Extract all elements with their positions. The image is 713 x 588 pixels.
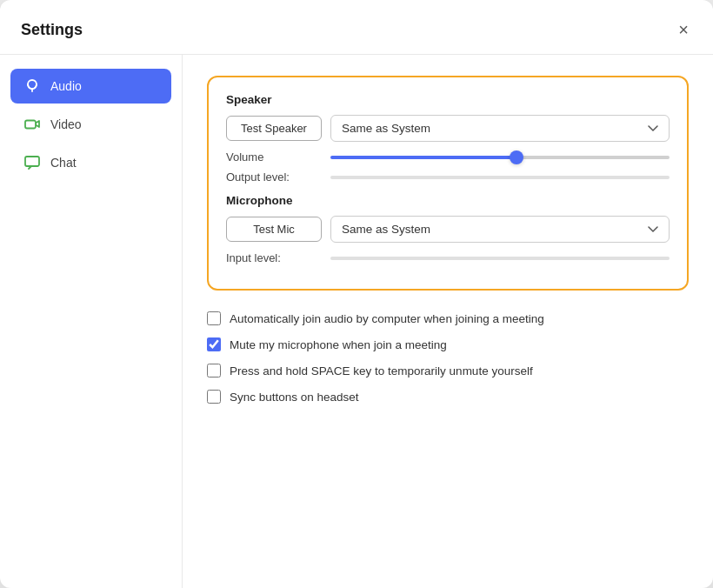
microphone-label: Microphone <box>226 194 670 207</box>
sync-headset-label: Sync buttons on headset <box>230 391 359 404</box>
volume-slider[interactable] <box>330 156 670 159</box>
input-level-label: Input level: <box>226 251 330 264</box>
mute-mic-checkbox[interactable] <box>207 337 221 351</box>
sidebar-item-audio[interactable]: Audio <box>10 69 171 104</box>
mute-mic-label: Mute my microphone when join a meeting <box>230 338 447 351</box>
sidebar-item-chat[interactable]: Chat <box>10 145 171 180</box>
output-level-row: Output level: <box>226 170 670 184</box>
output-level-label: Output level: <box>226 170 330 184</box>
volume-row: Volume <box>226 150 670 164</box>
sidebar-chat-label: Chat <box>50 156 77 170</box>
sidebar-video-label: Video <box>50 117 82 131</box>
dialog-header: Settings × <box>0 0 713 55</box>
sidebar-item-video[interactable]: Video <box>10 107 171 142</box>
sidebar-audio-label: Audio <box>50 79 82 93</box>
checkbox-hold-space[interactable]: Press and hold SPACE key to temporarily … <box>207 364 689 378</box>
svg-rect-3 <box>25 157 39 166</box>
mic-select[interactable]: Same as System <box>330 216 670 243</box>
input-level-row: Input level: <box>226 251 670 264</box>
output-level-bar <box>330 176 670 179</box>
auto-join-label: Automatically join audio by computer whe… <box>230 312 544 325</box>
auto-join-checkbox[interactable] <box>207 311 221 325</box>
checkbox-mute-mic[interactable]: Mute my microphone when join a meeting <box>207 337 689 351</box>
video-icon <box>23 115 42 134</box>
sync-headset-checkbox[interactable] <box>207 390 221 404</box>
test-mic-button[interactable]: Test Mic <box>226 217 322 242</box>
test-speaker-button[interactable]: Test Speaker <box>226 116 322 141</box>
hold-space-checkbox[interactable] <box>207 364 221 378</box>
microphone-row: Test Mic Same as System <box>226 216 670 243</box>
speaker-row: Test Speaker Same as System <box>226 115 670 142</box>
input-level-bar <box>330 257 670 260</box>
checkbox-auto-join[interactable]: Automatically join audio by computer whe… <box>207 311 689 325</box>
volume-label: Volume <box>226 150 330 164</box>
main-content: Speaker Test Speaker Same as System Volu… <box>183 55 713 588</box>
hold-space-label: Press and hold SPACE key to temporarily … <box>230 364 533 378</box>
sidebar: Audio Video Chat <box>0 55 183 588</box>
checkbox-list: Automatically join audio by computer whe… <box>207 308 689 407</box>
dialog-title: Settings <box>21 21 83 39</box>
chat-icon <box>23 153 42 172</box>
svg-rect-2 <box>25 121 36 129</box>
speaker-label: Speaker <box>226 93 670 106</box>
checkbox-sync-headset[interactable]: Sync buttons on headset <box>207 390 689 404</box>
audio-section: Speaker Test Speaker Same as System Volu… <box>207 76 689 291</box>
dialog-body: Audio Video Chat <box>0 55 713 588</box>
settings-dialog: Settings × Audio <box>0 0 713 588</box>
speaker-select[interactable]: Same as System <box>330 115 670 142</box>
audio-icon <box>23 77 42 96</box>
close-button[interactable]: × <box>675 17 692 42</box>
